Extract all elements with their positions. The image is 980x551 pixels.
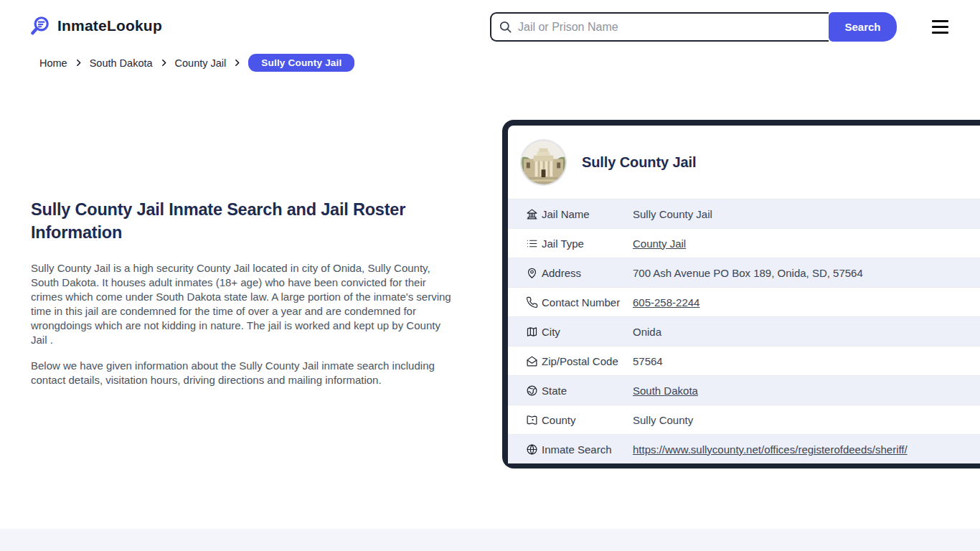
table-row-contact: Contact Number 605-258-2244 (508, 287, 980, 316)
article-paragraph: Sully County Jail is a high security Cou… (31, 261, 458, 347)
phone-icon (526, 296, 542, 309)
menu-icon[interactable] (932, 20, 948, 34)
card-header: Sully County Jail (508, 126, 980, 199)
row-value: Sully County (633, 414, 693, 426)
article-section: Sully County Jail Inmate Search and Jail… (31, 198, 461, 399)
list-icon (526, 237, 542, 250)
row-label: Jail Name (542, 208, 633, 220)
table-row-zip: Zip/Postal Code 57564 (508, 346, 980, 375)
article-paragraph: Below we have given information about th… (31, 359, 458, 387)
search-icon (499, 20, 512, 34)
map-pin-icon (526, 267, 542, 279)
row-label: Contact Number (542, 296, 633, 309)
inmate-search-link[interactable]: https://www.sullycounty.net/offices/regi… (633, 443, 908, 456)
brand-name: InmateLookup (57, 17, 162, 34)
brand-logo[interactable]: InmateLookup (29, 15, 162, 37)
row-label: Address (542, 267, 633, 279)
table-row-jail-name: Jail Name Sully County Jail (508, 199, 980, 228)
bank-icon (526, 208, 542, 220)
table-row-address: Address 700 Ash Avenue PO Box 189, Onida… (508, 258, 980, 287)
row-label: County (542, 414, 633, 426)
mail-open-icon (526, 355, 542, 367)
row-value: 57564 (633, 355, 663, 367)
search-bar: Search (490, 12, 897, 42)
row-label: Inmate Search (542, 443, 633, 456)
footer-strip (0, 529, 980, 551)
row-label: Jail Type (542, 237, 633, 250)
chevron-right-icon (74, 58, 83, 67)
table-row-jail-type: Jail Type County Jail (508, 228, 980, 258)
table-row-state: State South Dakota (508, 375, 980, 405)
globe-stand-icon (526, 385, 542, 397)
jail-photo (521, 140, 566, 185)
chevron-right-icon (159, 58, 169, 67)
jail-details-table: Jail Name Sully County Jail Jail Type Co… (508, 199, 980, 463)
map-icon (526, 326, 542, 338)
breadcrumb-home[interactable]: Home (39, 57, 67, 69)
breadcrumb-jail-type[interactable]: County Jail (175, 57, 227, 69)
row-label: City (542, 326, 633, 338)
row-label: Zip/Postal Code (542, 355, 633, 367)
breadcrumb-state[interactable]: South Dakota (90, 57, 153, 69)
table-row-city: City Onida (508, 316, 980, 346)
jail-card-title: Sully County Jail (582, 154, 696, 171)
row-value: Onida (633, 326, 661, 338)
jail-info-card: Sully County Jail Jail Name Sully County… (502, 120, 980, 468)
breadcrumb: Home South Dakota County Jail Sully Coun… (39, 54, 354, 72)
table-row-county: County Sully County (508, 405, 980, 434)
globe-icon (526, 443, 542, 456)
jail-type-link[interactable]: County Jail (633, 237, 686, 250)
row-value: Sully County Jail (633, 208, 712, 220)
breadcrumb-current-badge: Sully County Jail (248, 54, 354, 72)
row-value: 700 Ash Avenue PO Box 189, Onida, SD, 57… (633, 267, 863, 279)
search-button[interactable]: Search (829, 12, 897, 42)
map-area-icon (526, 414, 542, 426)
magnifier-logo-icon (29, 15, 50, 37)
table-row-inmate-search: Inmate Search https://www.sullycounty.ne… (508, 434, 980, 463)
page-title: Sully County Jail Inmate Search and Jail… (31, 198, 461, 244)
phone-link[interactable]: 605-258-2244 (633, 296, 699, 309)
state-link[interactable]: South Dakota (633, 385, 698, 397)
chevron-right-icon (232, 58, 242, 67)
row-label: State (542, 385, 633, 397)
search-input[interactable] (518, 21, 829, 34)
